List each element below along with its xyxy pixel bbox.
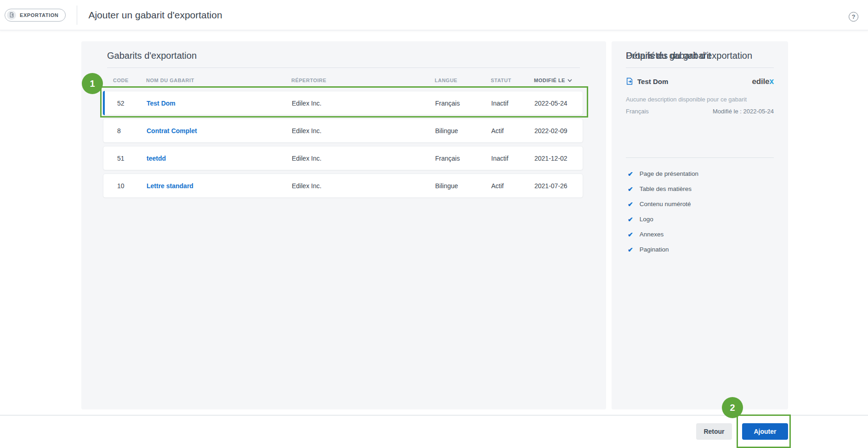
template-meta-row: Français Modifié le : 2022-05-24 bbox=[626, 108, 774, 115]
property-label: Table des matières bbox=[640, 185, 692, 192]
column-header-language[interactable]: LANGUE bbox=[435, 78, 491, 83]
template-name-link[interactable]: Contrat Complet bbox=[147, 127, 292, 134]
template-name-link[interactable]: Test Dom bbox=[147, 100, 292, 107]
column-header-name[interactable]: NOM DU GABARIT bbox=[146, 78, 291, 83]
column-header-modified-label: MODIFIÉ LE bbox=[534, 78, 565, 83]
property-label: Pagination bbox=[640, 246, 669, 253]
template-file-icon bbox=[626, 78, 633, 85]
property-item: ✔ Annexes bbox=[628, 227, 774, 242]
template-modified-date: Modifié le : 2022-05-24 bbox=[713, 108, 774, 115]
cell-language: Français bbox=[435, 155, 491, 162]
column-header-code[interactable]: CODE bbox=[103, 78, 146, 83]
property-label: Contenu numéroté bbox=[640, 201, 691, 207]
cell-modified: 2022-05-24 bbox=[534, 100, 583, 107]
table-row[interactable]: 51 teetdd Edilex Inc. Français Inactif 2… bbox=[103, 146, 583, 170]
cell-modified: 2022-02-09 bbox=[534, 127, 583, 134]
selected-template-name: Test Dom bbox=[637, 78, 668, 85]
back-button[interactable]: Retour bbox=[696, 423, 732, 440]
cell-code: 51 bbox=[103, 155, 147, 162]
column-header-status[interactable]: STATUT bbox=[491, 78, 534, 83]
footer-divider bbox=[0, 415, 868, 415]
column-header-directory[interactable]: RÉPERTOIRE bbox=[291, 78, 435, 83]
template-name-link[interactable]: teetdd bbox=[147, 155, 292, 162]
cell-directory: Edilex Inc. bbox=[292, 155, 435, 162]
add-button[interactable]: Ajouter bbox=[742, 423, 788, 440]
details-panel: Détails du gabarit d'exportation Test Do… bbox=[612, 41, 788, 409]
check-icon: ✔ bbox=[628, 216, 633, 223]
property-item: ✔ Pagination bbox=[628, 242, 774, 257]
templates-panel: Gabarits d'exportation CODE NOM DU GABAR… bbox=[81, 41, 606, 409]
table-row[interactable]: 52 Test Dom Edilex Inc. Français Inactif… bbox=[103, 91, 583, 115]
properties-title: Propriétés du gabarit bbox=[626, 50, 711, 61]
cell-status: Actif bbox=[491, 127, 534, 134]
table-row[interactable]: 8 Contrat Complet Edilex Inc. Bilingue A… bbox=[103, 118, 583, 143]
cell-directory: Edilex Inc. bbox=[292, 100, 435, 107]
property-label: Page de présentation bbox=[640, 170, 698, 177]
template-description: Aucune description disponible pour ce ga… bbox=[626, 96, 747, 103]
table-row[interactable]: 10 Lettre standard Edilex Inc. Bilingue … bbox=[103, 174, 583, 198]
cell-language: Français bbox=[435, 100, 491, 107]
header-divider bbox=[77, 6, 77, 25]
cell-status: Inactif bbox=[491, 100, 534, 107]
cell-modified: 2021-12-02 bbox=[534, 155, 583, 162]
sort-chevron-down-icon bbox=[567, 79, 572, 82]
check-icon: ✔ bbox=[628, 246, 633, 253]
cell-code: 10 bbox=[103, 182, 147, 190]
top-bar: EXPORTATION Ajouter un gabarit d'exporta… bbox=[0, 0, 868, 30]
title-divider bbox=[626, 157, 774, 158]
property-item: ✔ Logo bbox=[628, 212, 774, 227]
edilex-logo-text: edile bbox=[752, 77, 769, 86]
check-icon: ✔ bbox=[628, 185, 633, 193]
properties-list: ✔ Page de présentation ✔ Table des matiè… bbox=[628, 166, 774, 257]
module-badge-exportation[interactable]: EXPORTATION bbox=[5, 9, 66, 22]
selected-template-header: Test Dom edilex bbox=[626, 76, 774, 86]
title-divider bbox=[107, 67, 580, 68]
help-icon[interactable]: ? bbox=[849, 12, 858, 22]
check-icon: ✔ bbox=[628, 170, 633, 178]
templates-table: CODE NOM DU GABARIT RÉPERTOIRE LANGUE ST… bbox=[103, 74, 583, 201]
title-divider bbox=[626, 67, 774, 68]
property-item: ✔ Contenu numéroté bbox=[628, 196, 774, 212]
cell-language: Bilingue bbox=[435, 127, 491, 134]
property-item: ✔ Page de présentation bbox=[628, 166, 774, 181]
export-document-icon bbox=[7, 11, 16, 20]
edilex-logo-x: x bbox=[769, 77, 774, 86]
check-icon: ✔ bbox=[628, 231, 633, 238]
cell-status: Actif bbox=[491, 182, 534, 190]
column-header-modified[interactable]: MODIFIÉ LE bbox=[534, 78, 583, 83]
template-name-link[interactable]: Lettre standard bbox=[147, 182, 292, 190]
cell-language: Bilingue bbox=[435, 182, 491, 190]
cell-modified: 2021-07-26 bbox=[534, 182, 583, 190]
cell-directory: Edilex Inc. bbox=[292, 127, 435, 134]
cell-code: 52 bbox=[103, 100, 147, 107]
table-header-row: CODE NOM DU GABARIT RÉPERTOIRE LANGUE ST… bbox=[103, 74, 583, 86]
template-language: Français bbox=[626, 108, 649, 115]
templates-panel-title: Gabarits d'exportation bbox=[107, 50, 197, 61]
property-label: Logo bbox=[640, 216, 653, 223]
page-title: Ajouter un gabarit d'exportation bbox=[88, 10, 222, 21]
cell-directory: Edilex Inc. bbox=[292, 182, 435, 190]
cell-code: 8 bbox=[103, 127, 147, 134]
module-badge-label: EXPORTATION bbox=[20, 12, 58, 18]
property-label: Annexes bbox=[640, 231, 664, 238]
cell-status: Inactif bbox=[491, 155, 534, 162]
edilex-logo: edilex bbox=[752, 77, 774, 85]
check-icon: ✔ bbox=[628, 201, 633, 208]
property-item: ✔ Table des matières bbox=[628, 181, 774, 196]
